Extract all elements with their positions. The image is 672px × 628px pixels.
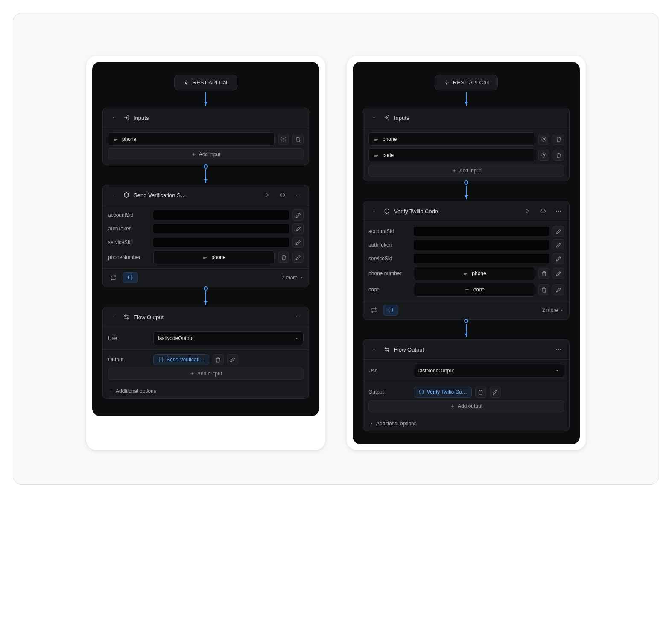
param-value[interactable]: code [414,283,535,297]
connector-dot [204,164,208,169]
param-row: accountSid [368,226,564,237]
param-row: accountSid [108,209,304,221]
input-row: phone [368,132,564,146]
use-select[interactable]: lastNodeOutput [414,364,564,378]
settings-button[interactable] [538,150,549,161]
output-schema-button[interactable] [383,305,398,316]
secret-value[interactable] [414,254,549,263]
output-reference[interactable]: Verify Twilio Co… [414,387,472,398]
svg-point-7 [299,317,300,317]
delete-button[interactable] [553,134,564,145]
edit-button[interactable] [292,223,304,234]
add-input-button[interactable]: Add input [368,165,564,177]
edit-button[interactable] [553,239,564,250]
loop-button[interactable] [108,272,119,283]
code-button[interactable] [277,189,288,201]
inputs-card: Inputs phone code Add input [363,108,570,181]
input-row: phone [108,132,304,146]
hex-icon [123,192,129,198]
more-button[interactable] [553,344,564,355]
output-schema-button[interactable] [123,272,138,283]
more-params[interactable]: 2 more [542,307,564,313]
svg-point-9 [543,138,545,140]
secret-value[interactable] [414,227,549,236]
code-button[interactable] [538,206,549,217]
additional-options[interactable]: Additional options [103,384,309,398]
collapse-toggle[interactable] [368,344,380,355]
rest-api-trigger[interactable]: REST API Call [174,75,237,90]
param-value[interactable]: phone [414,267,535,280]
edit-button[interactable] [292,209,304,221]
svg-point-15 [558,349,559,350]
rest-api-trigger[interactable]: REST API Call [435,75,498,90]
svg-point-13 [560,211,561,212]
swap-icon [384,346,390,352]
secret-value[interactable] [153,210,289,220]
param-row: authToken [108,223,304,234]
run-button[interactable] [522,206,533,217]
add-input-button[interactable]: Add input [108,148,304,160]
collapse-toggle[interactable] [368,112,380,123]
delete-button[interactable] [292,134,304,145]
more-button[interactable] [553,206,564,217]
edit-button[interactable] [553,253,564,264]
edit-button[interactable] [553,268,564,279]
add-output-button[interactable]: Add output [368,400,564,412]
edit-button[interactable] [490,387,501,398]
svg-point-0 [185,82,187,84]
delete-button[interactable] [475,387,486,398]
edit-button[interactable] [292,237,304,248]
svg-point-4 [299,195,300,195]
collapse-toggle[interactable] [368,206,380,217]
target-icon [183,80,189,86]
svg-point-10 [543,154,545,156]
svg-point-6 [298,317,298,317]
delete-button[interactable] [278,252,289,263]
settings-button[interactable] [538,134,549,145]
flow-output-card: Flow Output Use lastNodeOutput Output Se… [102,307,309,399]
collapse-toggle[interactable] [108,189,119,201]
edit-button[interactable] [553,284,564,295]
input-field[interactable]: phone [368,132,535,146]
delete-button[interactable] [538,284,549,295]
secret-value[interactable] [153,224,289,233]
loop-button[interactable] [368,305,380,316]
run-button[interactable] [262,189,273,201]
panel-send: REST API Call Inputs phone Add input Sen… [86,56,325,450]
delete-button[interactable] [538,268,549,279]
collapse-toggle[interactable] [108,112,119,123]
param-row: phoneNumberphone [108,250,304,264]
param-row: codecode [368,283,564,297]
edit-button[interactable] [553,226,564,237]
param-row: phone numberphone [368,267,564,280]
output-reference[interactable]: Send Verificati… [153,354,209,365]
svg-point-11 [556,211,557,212]
edit-button[interactable] [227,354,238,365]
edit-button[interactable] [292,252,304,263]
additional-options[interactable]: Additional options [363,416,569,431]
secret-value[interactable] [414,240,549,250]
input-field[interactable]: code [368,148,535,162]
svg-point-14 [556,349,557,350]
param-value[interactable]: phone [153,250,275,264]
param-row: authToken [368,239,564,250]
connector-arrow [205,291,206,305]
target-icon [444,80,450,86]
add-output-button[interactable]: Add output [108,368,304,380]
use-select[interactable]: lastNodeOutput [153,331,304,345]
secret-value[interactable] [153,238,289,247]
input-field[interactable]: phone [108,132,275,146]
more-button[interactable] [292,311,304,323]
input-row: code [368,148,564,162]
collapse-toggle[interactable] [108,311,119,323]
connector-arrow [466,92,467,106]
hex-icon [384,208,390,214]
connector-arrow [466,324,467,337]
more-params[interactable]: 2 more [282,275,304,281]
settings-button[interactable] [278,134,289,145]
flow-output-card: Flow Output Use lastNodeOutput Output Ve… [363,339,570,431]
delete-button[interactable] [553,150,564,161]
more-button[interactable] [292,189,304,201]
delete-button[interactable] [213,354,224,365]
connector-arrow [205,92,206,106]
